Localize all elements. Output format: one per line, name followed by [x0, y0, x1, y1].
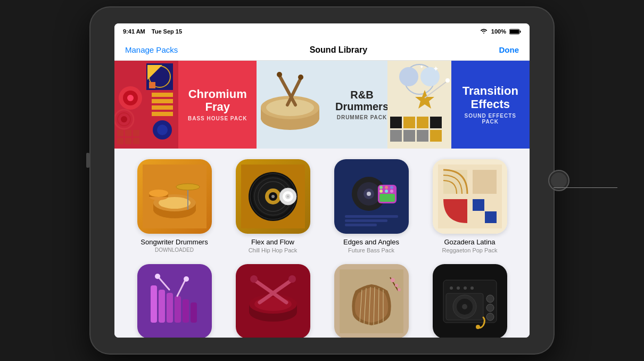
svg-text:✦: ✦ — [433, 64, 439, 73]
svg-rect-21 — [152, 99, 173, 103]
battery-icon — [509, 29, 521, 35]
svg-rect-39 — [390, 117, 402, 128]
pack-item-edges[interactable]: Edges and Angles Future Bass Pack — [327, 159, 415, 253]
date-display: Tue Sep 15 — [152, 28, 182, 35]
svg-point-25 — [157, 125, 168, 135]
svg-rect-1 — [510, 30, 519, 34]
svg-rect-98 — [151, 285, 157, 323]
svg-rect-80 — [379, 194, 395, 202]
svg-point-48 — [445, 78, 450, 83]
svg-point-125 — [391, 278, 395, 282]
svg-rect-89 — [345, 224, 377, 226]
svg-rect-40 — [403, 117, 415, 128]
svg-rect-46 — [430, 130, 442, 142]
svg-rect-15 — [125, 130, 131, 136]
svg-point-58 — [149, 190, 168, 197]
svg-point-115 — [250, 275, 258, 283]
pack-sub-edges: Future Bass Pack — [348, 247, 394, 253]
svg-point-140 — [486, 313, 494, 321]
svg-point-139 — [486, 304, 494, 311]
pack-item-gozadera[interactable]: Gozadera Latina Reggaeton Pop Pack — [426, 159, 514, 253]
svg-rect-16 — [133, 130, 139, 136]
svg-rect-92 — [473, 170, 497, 194]
pack-item-chinese[interactable]: Chinese Traditional DOWNLOADED — [327, 264, 415, 338]
svg-rect-93 — [473, 199, 484, 211]
pack-item-percussionists[interactable]: Percussionists Drummer Pack — [130, 264, 218, 338]
svg-point-81 — [379, 186, 383, 189]
svg-point-85 — [385, 190, 388, 193]
featured-card-chromium[interactable]: ChromiumFray BASS HOUSE PACK — [114, 61, 257, 149]
svg-rect-23 — [152, 112, 173, 116]
svg-rect-103 — [191, 302, 197, 323]
featured-card-transition[interactable]: ✦ ✦ TransitionEffects SOUND EFFECTS PACK — [387, 61, 530, 149]
pack-item-rock[interactable]: Rock Drummers Drummer Pack — [229, 264, 317, 338]
svg-point-127 — [398, 288, 401, 291]
transition-inner: ✦ ✦ TransitionEffects SOUND EFFECTS PACK — [387, 61, 530, 149]
transition-title: TransitionEffects — [463, 85, 518, 110]
svg-rect-43 — [390, 130, 402, 142]
svg-point-137 — [462, 304, 467, 309]
svg-point-84 — [379, 190, 383, 193]
svg-point-105 — [155, 274, 160, 279]
svg-point-107 — [184, 276, 189, 282]
svg-rect-14 — [117, 130, 123, 136]
pack-sub-songwriter: DOWNLOADED — [155, 247, 194, 253]
svg-rect-102 — [183, 299, 189, 323]
svg-rect-42 — [430, 117, 442, 128]
svg-point-116 — [288, 275, 296, 283]
pack-thumb-gozadera — [433, 159, 507, 234]
svg-rect-101 — [175, 296, 181, 323]
svg-rect-22 — [152, 105, 173, 110]
pack-item-tone[interactable]: Tone Collection Guitar Sound Pack — [426, 264, 514, 338]
svg-rect-88 — [345, 219, 387, 222]
svg-rect-95 — [473, 211, 484, 223]
svg-point-78 — [367, 192, 371, 196]
svg-rect-44 — [403, 130, 415, 142]
transition-subtitle: SOUND EFFECTS PACK — [457, 113, 524, 125]
svg-point-13 — [121, 116, 127, 122]
pack-name-gozadera: Gozadera Latina — [444, 238, 495, 246]
pack-sub-flex: Chill Hip Hop Pack — [249, 247, 298, 253]
side-button — [86, 153, 89, 168]
svg-point-132 — [464, 286, 467, 290]
svg-rect-45 — [417, 130, 428, 142]
chromium-subtitle: BASS HOUSE PACK — [188, 116, 247, 121]
transition-art: ✦ ✦ — [387, 61, 451, 149]
featured-card-rnb[interactable]: R&B Drummers DRUMMER PACK — [257, 61, 387, 149]
svg-text:✦: ✦ — [419, 64, 424, 70]
manage-packs-button[interactable]: Manage Packs — [125, 45, 178, 54]
ipad-screen: 9:41 AM Tue Sep 15 100% — [114, 23, 530, 338]
pack-thumb-percussionists — [137, 264, 212, 338]
svg-rect-19 — [133, 138, 139, 144]
page-title: Sound Library — [310, 45, 367, 55]
status-left: 9:41 AM Tue Sep 15 — [123, 28, 182, 35]
svg-rect-41 — [417, 117, 428, 128]
svg-rect-96 — [485, 211, 497, 223]
pack-item-flex[interactable]: Flex and Flow Chill Hip Hop Pack — [229, 159, 317, 253]
pack-thumb-edges — [334, 159, 409, 234]
svg-point-126 — [395, 284, 398, 287]
done-button[interactable]: Done — [499, 45, 519, 54]
content-area: ChromiumFray BASS HOUSE PACK — [114, 61, 530, 338]
svg-rect-94 — [485, 199, 497, 211]
svg-rect-17 — [117, 138, 123, 144]
rnb-subtitle: DRUMMER PACK — [337, 114, 387, 120]
svg-point-83 — [390, 186, 393, 189]
pack-sub-gozadera: Reggaeton Pop Pack — [442, 247, 498, 253]
svg-rect-91 — [443, 170, 467, 194]
svg-rect-87 — [345, 215, 398, 218]
wifi-icon — [480, 28, 488, 35]
pack-item-songwriter[interactable]: Songwriter Drummers DOWNLOADED — [130, 159, 218, 253]
pack-grid: Songwriter Drummers DOWNLOADED — [114, 149, 530, 338]
rnb-text: R&B Drummers DRUMMER PACK — [330, 84, 387, 126]
time-display: 9:41 AM — [123, 28, 145, 35]
svg-rect-100 — [167, 293, 173, 323]
pack-thumb-songwriter — [137, 159, 212, 234]
svg-point-10 — [127, 95, 134, 101]
pack-thumb-rock — [236, 264, 310, 338]
svg-point-59 — [176, 184, 200, 190]
svg-rect-7 — [149, 82, 155, 88]
home-button[interactable] — [548, 170, 569, 191]
chromium-art — [114, 61, 178, 149]
pack-name-edges: Edges and Angles — [343, 238, 399, 246]
